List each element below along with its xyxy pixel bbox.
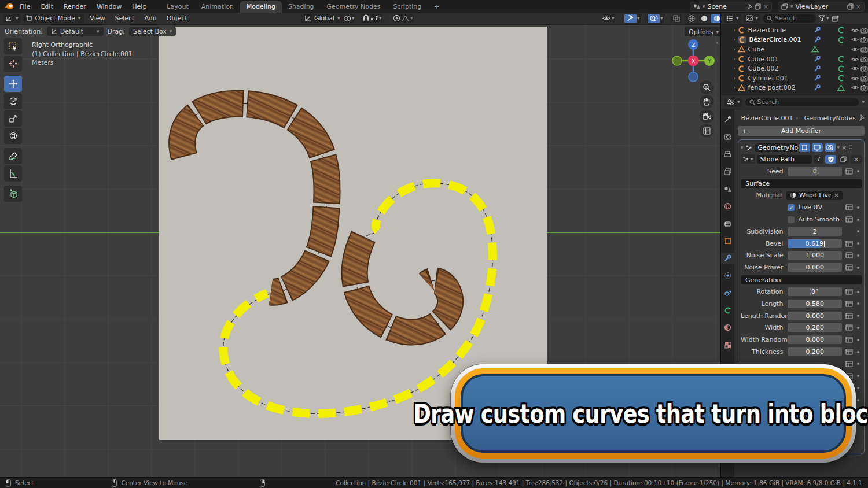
input-attribute-icon[interactable] bbox=[845, 216, 853, 223]
node-group-browse-button[interactable]: ▾ bbox=[741, 154, 755, 164]
hide-eye-icon[interactable] bbox=[851, 57, 859, 62]
tab-object-data[interactable] bbox=[721, 305, 734, 316]
outliner-search-input[interactable]: Search bbox=[763, 14, 816, 23]
material-field[interactable]: Wood Live UV × bbox=[786, 191, 843, 200]
input-attribute-icon[interactable] bbox=[845, 337, 853, 343]
new-collection-icon[interactable] bbox=[832, 15, 840, 22]
copy-icon[interactable] bbox=[755, 3, 761, 10]
expand-icon[interactable]: › bbox=[734, 47, 736, 52]
animate-decorator[interactable] bbox=[857, 315, 859, 317]
input-attribute-icon[interactable] bbox=[845, 301, 853, 307]
collapse-panel-arrow[interactable]: ‹ bbox=[716, 39, 718, 46]
bevel-input[interactable]: 0.619 bbox=[788, 239, 842, 248]
expand-icon[interactable]: › bbox=[734, 37, 736, 42]
modifier-edit-mode-toggle[interactable] bbox=[799, 143, 810, 152]
width-input[interactable]: 0.280 bbox=[788, 323, 842, 332]
node-group-name-field[interactable]: Stone Path bbox=[757, 155, 812, 164]
outliner-row-cylinder-001[interactable]: › Cylinder.001 bbox=[721, 73, 868, 83]
input-attribute-icon[interactable] bbox=[845, 204, 853, 210]
tool-cursor[interactable] bbox=[4, 56, 22, 72]
menu-edit[interactable]: Edit bbox=[36, 2, 57, 12]
tool-move[interactable] bbox=[4, 76, 22, 92]
pin-icon[interactable] bbox=[747, 3, 752, 10]
menu-help[interactable]: Help bbox=[127, 2, 151, 12]
auto-smooth-checkbox[interactable] bbox=[788, 216, 795, 223]
workspace-tab-animation[interactable]: Animation bbox=[195, 1, 240, 13]
shading-solid-button[interactable] bbox=[698, 14, 710, 23]
breadcrumb-object[interactable]: BézierCircle.001 bbox=[741, 114, 793, 122]
outliner-row-fence-post-002[interactable]: › fence post.002 bbox=[721, 83, 868, 93]
width-randomness-input[interactable]: 0.000 bbox=[788, 335, 842, 344]
properties-editor-type-button[interactable]: ▾ bbox=[724, 98, 742, 107]
tab-world[interactable] bbox=[721, 201, 734, 212]
outliner-row-cube-001[interactable]: › Cube.001 bbox=[721, 54, 868, 64]
fake-user-shield-button[interactable] bbox=[825, 155, 836, 164]
modifier-extras-dropdown[interactable]: ▾ bbox=[837, 145, 840, 150]
tab-modifiers[interactable] bbox=[721, 253, 734, 264]
tab-material[interactable] bbox=[721, 322, 734, 333]
menu-window[interactable]: Window bbox=[92, 2, 126, 12]
modifier-wrench-icon[interactable] bbox=[814, 56, 821, 62]
properties-options-icon[interactable]: ▾ bbox=[862, 99, 865, 105]
length-input[interactable]: 0.580 bbox=[788, 300, 842, 308]
noise-scale-input[interactable]: 1.000 bbox=[788, 251, 842, 260]
outliner-row-cube-002[interactable]: › Cube.002 bbox=[721, 64, 868, 73]
tab-view-layer[interactable] bbox=[721, 166, 734, 177]
tab-physics[interactable] bbox=[721, 287, 734, 298]
close-icon[interactable]: × bbox=[763, 3, 768, 10]
menu-select[interactable]: Select bbox=[111, 14, 138, 23]
animate-decorator[interactable] bbox=[857, 219, 859, 221]
tab-particles[interactable] bbox=[721, 270, 734, 281]
tab-object[interactable] bbox=[721, 235, 734, 246]
disable-camera-icon[interactable] bbox=[860, 36, 868, 43]
gizmo-z-neg-axis[interactable] bbox=[689, 72, 698, 82]
disable-camera-icon[interactable] bbox=[860, 84, 868, 91]
pan-view-button[interactable] bbox=[700, 95, 713, 109]
input-attribute-icon[interactable] bbox=[845, 252, 853, 258]
outliner-row-beziercircle[interactable]: › BézierCircle bbox=[721, 25, 868, 35]
hide-eye-icon[interactable] bbox=[851, 28, 859, 33]
snap-group[interactable]: ▾ bbox=[362, 14, 382, 23]
workspace-tab-shading[interactable]: Shading bbox=[282, 1, 321, 13]
editor-type-button[interactable]: ▾ bbox=[3, 14, 21, 23]
snap-target-group[interactable]: ▾ bbox=[343, 14, 355, 23]
copy-icon[interactable] bbox=[847, 3, 854, 10]
tab-collection[interactable] bbox=[721, 218, 734, 229]
modifier-realtime-toggle[interactable] bbox=[812, 143, 823, 152]
curve-data-icon[interactable] bbox=[837, 56, 845, 62]
workspace-tab-geometry-nodes[interactable]: Geometry Nodes bbox=[321, 1, 387, 13]
drag-handle[interactable]: ⠿ bbox=[848, 145, 852, 150]
scene-selector[interactable]: ▾ Scene × bbox=[690, 2, 772, 12]
animate-decorator[interactable] bbox=[857, 339, 859, 341]
seed-input[interactable]: 0 bbox=[788, 167, 842, 176]
pin-icon[interactable] bbox=[859, 114, 865, 121]
workspace-tab-modeling[interactable]: Modeling bbox=[240, 1, 282, 13]
copy-node-group-button[interactable] bbox=[838, 155, 849, 164]
mesh-data-icon[interactable] bbox=[811, 46, 819, 53]
xray-toggle-button[interactable] bbox=[670, 14, 682, 23]
modifier-render-toggle[interactable] bbox=[825, 143, 836, 152]
menu-object[interactable]: Object bbox=[163, 14, 192, 23]
menu-add[interactable]: Add bbox=[140, 14, 160, 23]
disable-camera-icon[interactable] bbox=[860, 75, 868, 82]
disable-camera-icon[interactable] bbox=[860, 56, 868, 62]
tool-select-box[interactable] bbox=[4, 38, 22, 54]
animate-decorator[interactable] bbox=[857, 254, 859, 257]
curve-data-icon[interactable] bbox=[837, 27, 845, 34]
hide-eye-icon[interactable] bbox=[851, 76, 859, 81]
live-uv-checkbox[interactable]: ✓ bbox=[788, 204, 795, 211]
disable-camera-icon[interactable] bbox=[860, 46, 868, 53]
outliner-filter-dropdown[interactable]: ▾ bbox=[818, 15, 829, 21]
blender-logo-icon[interactable] bbox=[3, 2, 14, 10]
tool-rotate[interactable] bbox=[4, 93, 22, 109]
input-attribute-icon[interactable] bbox=[845, 313, 853, 319]
disable-camera-icon[interactable] bbox=[860, 65, 868, 72]
thickness-input[interactable]: 0.200 bbox=[788, 347, 842, 356]
node-group-users-button[interactable]: 7 bbox=[814, 155, 823, 164]
hide-eye-icon[interactable] bbox=[851, 85, 859, 90]
workspace-tab-scripting[interactable]: Scripting bbox=[387, 1, 428, 13]
surface-section-header[interactable]: Surface bbox=[741, 179, 862, 188]
animate-decorator[interactable] bbox=[857, 375, 859, 377]
transform-orientation-dropdown[interactable]: Global ▾ bbox=[301, 14, 344, 23]
rotation-input[interactable]: 0° bbox=[788, 287, 842, 296]
